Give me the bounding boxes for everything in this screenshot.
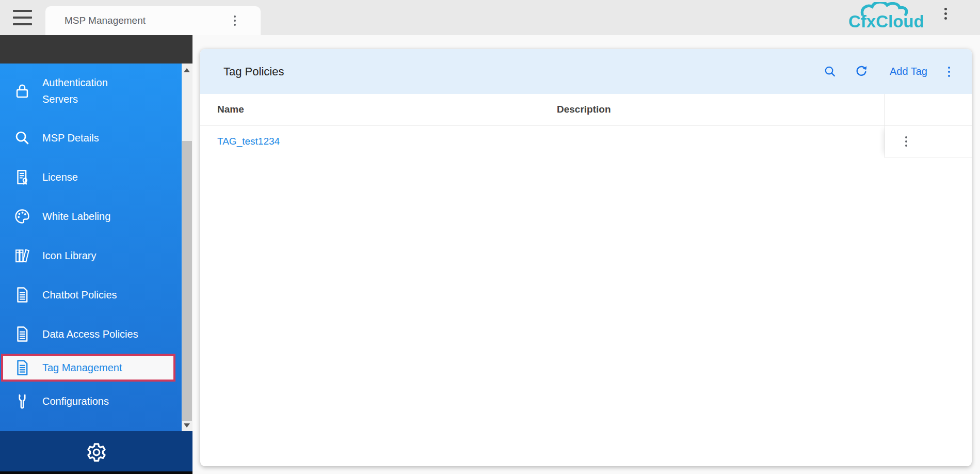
sidebar-item-chatbot-policies[interactable]: Chatbot Policies — [0, 275, 182, 314]
tag-policies-panel: Tag Policies Add Tag Name Description TA… — [200, 49, 972, 466]
row-actions-cell — [885, 125, 972, 157]
gear-icon[interactable] — [85, 439, 108, 463]
table-row: TAG_test1234 — [200, 125, 972, 157]
sidebar-footer — [0, 431, 192, 471]
cfxcloud-logo: CfxCloud — [845, 2, 936, 33]
logo-text: CfxCloud — [848, 12, 924, 31]
topbar-overflow-kebab-icon[interactable] — [944, 8, 947, 20]
document-icon — [12, 358, 32, 377]
sidebar-nav: Authentication Servers MSP Details Licen… — [0, 64, 182, 431]
hamburger-menu-icon[interactable] — [13, 10, 32, 25]
sidebar-item-icon-library[interactable]: Icon Library — [0, 236, 182, 275]
sidebar-item-configurations[interactable]: Configurations — [0, 382, 182, 421]
sidebar-item-data-access-policies[interactable]: Data Access Policies — [0, 314, 182, 354]
row-actions-kebab-icon[interactable] — [905, 136, 907, 147]
refresh-icon[interactable] — [854, 64, 869, 80]
tab-title: MSP Management — [45, 15, 146, 26]
sidebar-item-label: Configurations — [42, 393, 109, 409]
document-icon — [12, 285, 32, 305]
license-certificate-icon — [12, 167, 32, 187]
sidebar-item-label: Tag Management — [42, 359, 122, 376]
sidebar-item-label: Icon Library — [42, 247, 97, 264]
scroll-up-arrow-icon[interactable] — [184, 68, 190, 72]
palette-icon — [12, 207, 32, 226]
sidebar-item-white-labeling[interactable]: White Labeling — [0, 197, 182, 236]
wrench-icon — [12, 391, 32, 411]
top-bar: MSP Management CfxCloud — [0, 0, 980, 35]
panel-header: Tag Policies Add Tag — [200, 49, 972, 94]
sidebar-item-label: MSP Details — [42, 130, 99, 146]
sidebar-item-tag-management[interactable]: Tag Management — [1, 354, 175, 382]
tag-name-link[interactable]: TAG_test1234 — [200, 136, 280, 147]
books-icon — [12, 246, 32, 265]
lock-icon — [12, 81, 32, 101]
panel-actions: Add Tag — [823, 49, 950, 94]
panel-overflow-kebab-icon[interactable] — [948, 67, 950, 77]
column-header-name: Name — [200, 104, 557, 115]
add-tag-button[interactable]: Add Tag — [885, 66, 933, 77]
tab-msp-management[interactable]: MSP Management — [45, 6, 261, 35]
sidebar-item-label: Chatbot Policies — [42, 287, 117, 303]
column-header-description: Description — [557, 104, 972, 115]
sidebar-item-authentication-servers[interactable]: Authentication Servers — [0, 64, 182, 118]
document-icon — [12, 324, 32, 344]
sidebar-item-msp-details[interactable]: MSP Details — [0, 118, 182, 157]
scrollbar-thumb[interactable] — [182, 141, 192, 421]
sidebar-footer-strip — [0, 471, 192, 474]
sidebar-header-bar — [0, 35, 192, 64]
sidebar-item-label: Authentication Servers — [42, 74, 133, 107]
scroll-down-arrow-icon[interactable] — [184, 423, 190, 428]
table-header-row: Name Description — [200, 94, 972, 125]
sidebar-item-label: Data Access Policies — [42, 326, 138, 342]
search-icon — [12, 128, 32, 148]
tab-overflow-kebab-icon[interactable] — [234, 15, 236, 26]
sidebar-item-license[interactable]: License — [0, 157, 182, 197]
sidebar-scrollbar[interactable] — [182, 64, 192, 432]
sidebar-item-label: White Labeling — [42, 208, 110, 225]
sidebar-item-label: License — [42, 169, 78, 185]
page-title: Tag Policies — [200, 65, 284, 78]
search-icon[interactable] — [823, 64, 838, 80]
